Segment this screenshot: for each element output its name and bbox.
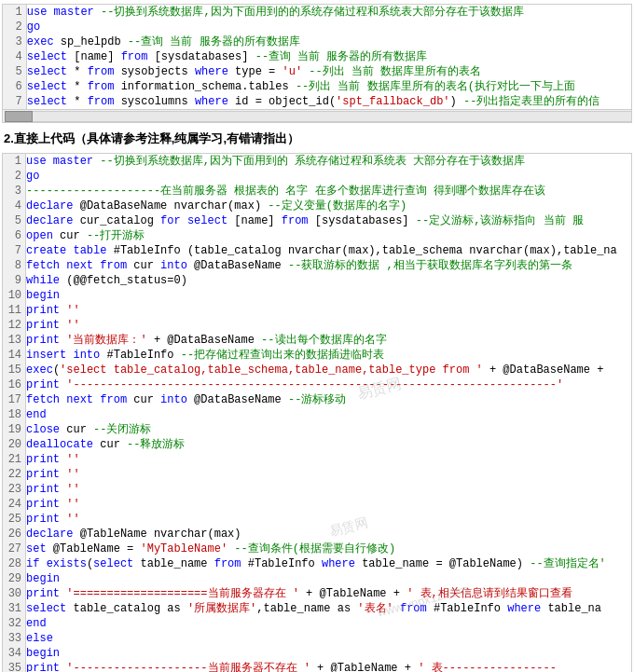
b-line-24: print ''	[26, 497, 631, 512]
top-code-scroll[interactable]: 1 2 3 4 5 6 7 use master --切换到系统数据库,因为下面…	[3, 5, 631, 109]
top-ln-4: 4	[3, 49, 26, 64]
b-line-28: if exists(select table_name from #TableI…	[26, 556, 631, 571]
section2-heading: 2.直接上代码（具体请参考注释,纯属学习,有错请指出）	[4, 130, 630, 147]
b-line-31: select table_catalog as '所属数据库',table_na…	[26, 601, 631, 616]
b-line-29: begin	[26, 571, 631, 586]
top-panel-wrapper: 1 2 3 4 5 6 7 use master --切换到系统数据库,因为下面…	[0, 4, 634, 123]
b-line-12: print ''	[26, 318, 631, 333]
b-line-6: open cur --打开游标	[26, 228, 631, 243]
top-ln-7: 7	[3, 94, 26, 109]
b-line-3: --------------------在当前服务器 根据表的 名字 在多个数据…	[26, 184, 631, 199]
top-code-line-4: select [name] from [sysdatabases] --查询 当…	[27, 49, 631, 64]
top-ln-2: 2	[3, 20, 26, 34]
top-code-line-7: select * from syscolumns where id = obje…	[27, 94, 631, 109]
b-line-33: else	[26, 631, 631, 646]
b-line-5: declare cur_catalog for select [name] fr…	[26, 213, 631, 228]
top-code-line-3: exec sp_helpdb --查询 当前 服务器的所有数据库	[27, 34, 631, 49]
bottom-code-content: use master --切换到系统数据库,因为下面用到的 系统存储过程和系统表…	[26, 154, 631, 672]
b-line-1: use master --切换到系统数据库,因为下面用到的 系统存储过程和系统表…	[26, 154, 631, 169]
b-line-22: print ''	[26, 467, 631, 482]
b-line-16: print '---------------------------------…	[26, 377, 631, 392]
bottom-code-scroll[interactable]: 1 2 3 4 5 6 7 8 9 10 11 12 13 14	[3, 154, 631, 672]
section2-heading-text: 2.直接上代码（具体请参考注释,纯属学习,有错请指出）	[4, 131, 299, 145]
top-code-panel: 1 2 3 4 5 6 7 use master --切换到系统数据库,因为下面…	[2, 4, 632, 123]
top-code-table: 1 2 3 4 5 6 7 use master --切换到系统数据库,因为下面…	[3, 5, 631, 109]
b-line-8: fetch next from cur into @DataBaseName -…	[26, 258, 631, 273]
b-line-4: declare @DataBaseName nvarchar(max) --定义…	[26, 199, 631, 213]
bottom-line-numbers: 1 2 3 4 5 6 7 8 9 10 11 12 13 14	[3, 154, 26, 672]
b-line-26: declare @TableName nvarchar(max)	[26, 527, 631, 542]
b-line-15: exec('select table_catalog,table_schema,…	[26, 363, 631, 377]
b-line-25: print ''	[26, 512, 631, 527]
b-line-13: print '当前数据库：' + @DataBaseName --读出每个数据库…	[26, 333, 631, 348]
top-ln-6: 6	[3, 79, 26, 94]
b-line-23: print ''	[26, 482, 631, 497]
b-line-35: print '--------------------当前服务器不存在 ' + …	[26, 661, 631, 672]
b-line-27: set @TableName = 'MyTableName' --查询条件(根据…	[26, 542, 631, 556]
b-line-18: end	[26, 407, 631, 422]
top-line-numbers: 1 2 3 4 5 6 7	[3, 5, 26, 109]
b-line-32: end	[26, 616, 631, 631]
top-ln-5: 5	[3, 64, 26, 79]
b-line-11: print ''	[26, 303, 631, 318]
top-code-line-6: select * from information_schema.tables …	[27, 79, 631, 94]
b-line-2: go	[26, 169, 631, 184]
top-code-line-1: use master --切换到系统数据库,因为下面用到的的系统存储过程和系统表…	[27, 5, 631, 20]
top-code-line-5: select * from sysobjects where type = 'u…	[27, 64, 631, 79]
b-line-9: while (@@fetch_status=0)	[26, 273, 631, 288]
top-ln-3: 3	[3, 34, 26, 49]
bottom-code-table: 1 2 3 4 5 6 7 8 9 10 11 12 13 14	[3, 154, 631, 672]
b-line-19: close cur --关闭游标	[26, 422, 631, 437]
top-code-content: use master --切换到系统数据库,因为下面用到的的系统存储过程和系统表…	[26, 5, 631, 109]
b-line-34: begin	[26, 646, 631, 661]
b-line-21: print ''	[26, 452, 631, 467]
bottom-code-panel: 1 2 3 4 5 6 7 8 9 10 11 12 13 14	[2, 153, 632, 672]
top-code-line-2: go	[27, 20, 631, 34]
b-line-14: insert into #TableInfo --把存储过程查询出来的数据插进临…	[26, 348, 631, 363]
b-line-20: deallocate cur --释放游标	[26, 437, 631, 452]
b-line-30: print '====================当前服务器存在 ' + @…	[26, 586, 631, 601]
b-line-17: fetch next from cur into @DataBaseName -…	[26, 392, 631, 407]
top-ln-1: 1	[3, 5, 26, 20]
b-line-7: create table #TableInfo (table_catalog n…	[26, 243, 631, 258]
top-scrollbar[interactable]	[3, 109, 631, 122]
b-line-10: begin	[26, 288, 631, 303]
bottom-panel-wrapper: 1 2 3 4 5 6 7 8 9 10 11 12 13 14	[0, 153, 634, 672]
